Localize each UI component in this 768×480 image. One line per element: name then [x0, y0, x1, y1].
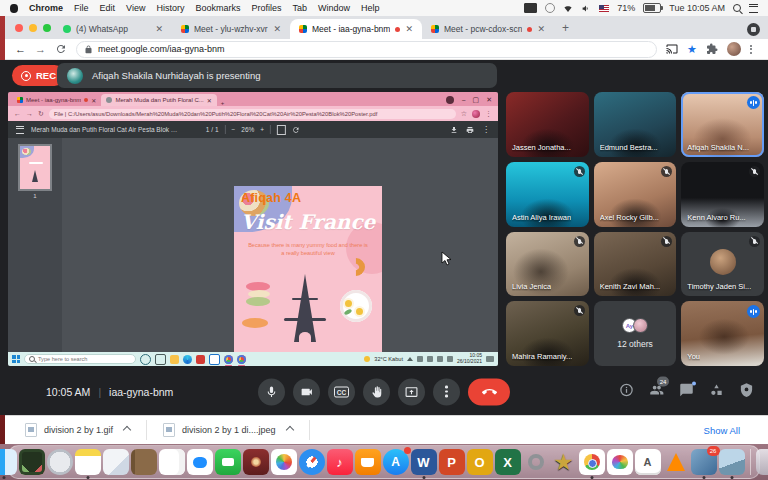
control-center-icon[interactable]: [749, 4, 758, 13]
participant-tile[interactable]: Axel Rocky Gilb...: [594, 162, 677, 227]
screen-share-indicator-icon[interactable]: [747, 23, 760, 36]
address-bar[interactable]: meet.google.com/iaa-gyna-bnm: [76, 41, 657, 58]
more-options-button[interactable]: [433, 378, 460, 405]
shared-reload-button[interactable]: ↻: [38, 110, 44, 117]
window-close-button[interactable]: [15, 24, 23, 32]
participant-tile[interactable]: Jassen Jonatha...: [506, 92, 589, 157]
shared-close-button[interactable]: ✕: [486, 96, 492, 104]
menubar-app-name[interactable]: Chrome: [29, 3, 63, 13]
spotlight-search-icon[interactable]: [733, 4, 741, 12]
chat-button[interactable]: [679, 382, 694, 401]
menu-bookmarks[interactable]: Bookmarks: [195, 3, 240, 13]
mail-icon[interactable]: [209, 354, 220, 365]
participant-tile[interactable]: Astin Aliya Irawan: [506, 162, 589, 227]
menu-file[interactable]: File: [74, 3, 89, 13]
app-with-badge-dock-icon[interactable]: 26: [691, 449, 717, 475]
leave-call-button[interactable]: [468, 378, 510, 405]
tray-network-icon[interactable]: [417, 356, 423, 362]
profile-avatar[interactable]: [727, 42, 741, 56]
dashboard-dock-icon[interactable]: [19, 449, 45, 475]
facetime-dock-icon[interactable]: [215, 449, 241, 475]
launchpad-dock-icon[interactable]: [47, 449, 73, 475]
time-machine-icon[interactable]: [545, 3, 555, 13]
tab-close-icon[interactable]: ✕: [91, 97, 96, 104]
chrome-taskbar-icon[interactable]: [237, 355, 246, 364]
participant-tile-camera-off[interactable]: Timothy Jaden Si...: [681, 232, 764, 297]
file-explorer-icon[interactable]: [170, 355, 179, 364]
word-dock-icon[interactable]: W: [411, 449, 437, 475]
star-app-dock-icon[interactable]: ★: [551, 449, 577, 475]
battery-icon[interactable]: [643, 3, 661, 13]
raise-hand-button[interactable]: [363, 378, 390, 405]
shared-minimize-button[interactable]: −: [461, 97, 465, 104]
tab-whatsapp[interactable]: (4) WhatsApp ✕: [54, 19, 172, 39]
tab-close-icon[interactable]: ✕: [155, 24, 163, 34]
self-view-tile[interactable]: You: [681, 301, 764, 366]
chrome-menu-icon[interactable]: [750, 45, 752, 54]
download-item[interactable]: division 2 by 1.gif: [13, 423, 142, 437]
download-menu-icon[interactable]: [285, 426, 293, 434]
camera-button[interactable]: [293, 378, 320, 405]
menu-history[interactable]: History: [156, 3, 184, 13]
tray-language-icon[interactable]: [447, 356, 453, 362]
pdf-rotate-icon[interactable]: [292, 126, 300, 134]
present-button[interactable]: [398, 378, 425, 405]
notification-center-icon[interactable]: [486, 356, 494, 362]
tab-close-icon[interactable]: ✕: [207, 97, 212, 104]
contacts-dock-icon[interactable]: [131, 449, 157, 475]
stocks-dock-icon[interactable]: [103, 449, 129, 475]
wifi-icon[interactable]: [563, 4, 573, 13]
participant-tile[interactable]: Edmund Bestra...: [594, 92, 677, 157]
music-dock-icon[interactable]: ♪: [327, 449, 353, 475]
tab-close-icon[interactable]: ✕: [537, 24, 545, 34]
menu-help[interactable]: Help: [361, 3, 380, 13]
powerpoint-dock-icon[interactable]: P: [439, 449, 465, 475]
pdf-page-thumbnail[interactable]: [20, 146, 50, 189]
shared-tab-pdf-active[interactable]: Merah Muda dan Putih Floral C... ✕: [101, 94, 216, 106]
tray-expand-icon[interactable]: [407, 357, 413, 361]
windows-start-button[interactable]: [12, 355, 20, 363]
chrome-taskbar-icon[interactable]: [224, 355, 233, 364]
red-app-icon[interactable]: [196, 355, 205, 364]
reload-button[interactable]: [55, 43, 67, 55]
pdf-menu-icon[interactable]: [16, 126, 24, 134]
safari-dock-icon[interactable]: [299, 449, 325, 475]
trash-dock-icon[interactable]: [756, 449, 768, 475]
messages-dock-icon[interactable]: [187, 449, 213, 475]
meeting-details-button[interactable]: [619, 382, 634, 401]
shared-maximize-button[interactable]: ▢: [473, 96, 480, 104]
overflow-participants-tile[interactable]: Ay 12 others: [594, 301, 677, 366]
downloads-stack-dock-icon[interactable]: [719, 449, 745, 475]
mic-button[interactable]: [258, 378, 285, 405]
extensions-icon[interactable]: [706, 43, 718, 55]
menu-profiles[interactable]: Profiles: [251, 3, 281, 13]
participant-tile-active-speaker[interactable]: Afiqah Shakila N...: [681, 92, 764, 157]
participant-tile[interactable]: Kenith Zavi Mah...: [594, 232, 677, 297]
shared-bookmark-star-icon[interactable]: ☆: [461, 110, 467, 118]
host-controls-button[interactable]: [739, 382, 754, 401]
textedit-dock-icon[interactable]: A: [635, 449, 661, 475]
activities-button[interactable]: [709, 382, 724, 401]
pdf-zoom-out-button[interactable]: −: [232, 126, 236, 133]
pdf-print-icon[interactable]: [466, 126, 474, 134]
menu-window[interactable]: Window: [318, 3, 350, 13]
people-button[interactable]: 24: [649, 382, 664, 401]
tray-mic-icon[interactable]: [437, 356, 443, 362]
participant-tile[interactable]: Kenn Alvaro Ru...: [681, 162, 764, 227]
screen-mirroring-icon[interactable]: [524, 3, 537, 13]
apple-logo-icon[interactable]: [10, 4, 18, 13]
shared-tab-meet[interactable]: Meet - iaa-gyna-bnm ✕: [12, 94, 101, 106]
shared-url-field[interactable]: File | C:/Users/asus/Downloads/Merah%20M…: [49, 109, 456, 119]
new-tab-button[interactable]: +: [562, 21, 569, 35]
shared-profile-icon[interactable]: [446, 96, 454, 104]
participant-tile[interactable]: Mahira Ramaniy...: [506, 301, 589, 366]
shared-profile-avatar[interactable]: [472, 110, 480, 118]
cortana-icon[interactable]: [140, 354, 151, 365]
edge-icon[interactable]: [183, 355, 192, 364]
pdf-fit-page-icon[interactable]: [277, 125, 286, 135]
chrome-dock-icon[interactable]: [579, 449, 605, 475]
window-minimize-button[interactable]: [29, 24, 37, 32]
shared-menu-icon[interactable]: ⋮: [485, 110, 492, 118]
photos-dock-icon[interactable]: [271, 449, 297, 475]
taskbar-weather[interactable]: 32°C Kabut: [374, 356, 403, 362]
